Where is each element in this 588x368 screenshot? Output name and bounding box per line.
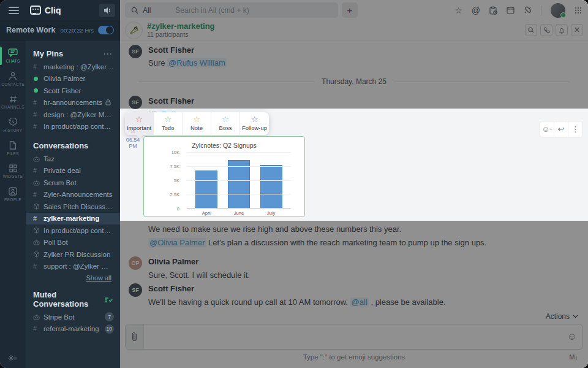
muted-item[interactable]: Stripe Bot7 [26,311,120,323]
online-dot-icon [34,88,38,93]
theme-toggle-icon[interactable] [8,355,18,362]
pin-item[interactable]: #hr-announcements [26,97,120,109]
sidebar-topbar: Cliq [0,0,120,20]
hash-icon: # [33,99,43,106]
remote-work-label: Remote Work [6,26,55,34]
speaker-icon[interactable] [99,4,115,17]
hamburger-menu-icon[interactable] [9,5,19,16]
search-bar[interactable]: All [125,2,338,18]
chart-plot: AprilJuneJuly [187,152,291,209]
remote-work-toggle[interactable] [98,26,114,34]
hash-icon: # [33,191,43,198]
avatar[interactable]: SF [129,45,142,58]
pin-item[interactable]: #marketing : @Zylker … [26,61,120,73]
clipboard-icon[interactable] [489,6,497,15]
more-options-icon[interactable]: ⋮ [568,121,582,137]
conversation-item[interactable]: Poll Bot [26,237,120,249]
reply-icon[interactable]: ↩ [554,121,568,137]
integrations-icon[interactable] [524,6,532,14]
bot-icon [33,156,43,162]
chart-ytick: 0 [177,206,179,212]
discussion-icon [33,251,43,258]
pins-more-icon[interactable]: ··· [104,50,113,58]
hash-icon: # [33,325,43,332]
conversation-item-selected[interactable]: #zylker-marketing [26,213,120,225]
divider [541,6,541,15]
add-reaction-icon[interactable]: ☺+ [540,121,554,137]
pin-item[interactable]: #In product/app conten… [26,121,120,133]
starred-icon[interactable]: ☆ [454,6,462,15]
main-panel: All + ☆ @ #zylker-ma [120,0,588,368]
mention-chip[interactable]: @Olivia Palmer [148,238,206,247]
flag-message-star-icon[interactable]: ☆ [123,126,143,135]
nav-chats[interactable]: CHATS [0,44,26,67]
cliq-bubble-icon [30,6,41,15]
close-icon[interactable]: × [571,24,583,36]
pin-item[interactable]: Olivia Palmer [26,73,120,85]
conversation-item[interactable]: In product/app conten… [26,224,120,237]
star-icon: ☆ [222,115,229,123]
muted-filter-icon[interactable] [104,296,113,302]
mentions-icon[interactable]: @ [472,6,480,15]
nav-widgets[interactable]: WIDGETS [0,160,26,183]
actions-dropdown[interactable]: Actions [546,312,578,321]
new-chat-button[interactable]: + [342,2,358,18]
nav-people[interactable]: PEOPLE [0,183,26,206]
show-all-link[interactable]: Show all [26,272,120,282]
message-author: Olivia Palmer [148,257,198,266]
star-icon: ☆ [164,115,172,123]
flag-note[interactable]: ☆Note [183,112,211,135]
call-icon[interactable] [540,24,552,36]
chart-message-card[interactable]: Zylcnotes: Q2 Signups 02.5K5K7.5K10K Apr… [143,136,305,217]
conversation-item[interactable]: #Private deal [26,165,120,177]
conversation-item[interactable]: #Zyler-Announcements [26,189,120,201]
cliq-logo: Cliq [30,6,61,15]
message-text: Sure @Rufus William [148,58,227,67]
pin-item[interactable]: Scott Fisher [26,85,120,97]
avatar[interactable]: SF [129,283,142,297]
emoji-picker-icon[interactable]: ☺ [562,324,582,349]
avatar[interactable]: OP [129,256,142,270]
hash-icon: # [33,215,43,222]
chart-xtick: April [202,210,211,216]
discussion-icon [33,203,43,210]
nav-history[interactable]: HISTORY [0,113,26,137]
message-text: We need to make sure we rise high and ab… [148,224,401,234]
flag-followup[interactable]: ☆Follow-up [240,112,269,135]
flag-todo[interactable]: ☆Todo [154,112,183,135]
nav-channels[interactable]: CHANNELS [0,91,26,113]
attachment-icon[interactable] [126,324,144,349]
search-input[interactable] [167,6,338,15]
nav-rail: CHATS CONTACTS CHANNELS HISTORY FILES [0,40,26,368]
nav-files[interactable]: FILES [0,137,26,160]
conversation-item[interactable]: Scrum Bot [26,177,120,189]
chart-gridline [187,194,291,194]
hash-icon: # [33,63,43,71]
conversation-item[interactable]: Zylker PR Discussion [26,248,120,261]
message-author: Scott Fisher [148,45,194,55]
user-avatar[interactable] [551,3,565,18]
lock-icon [105,99,111,105]
muted-item[interactable]: #referral-marketing10 [26,323,120,335]
pin-item[interactable]: #design : @Zylker Mobi… [26,109,120,121]
search-scope-selector[interactable]: All [125,2,167,18]
conversation-item[interactable]: Taz [26,153,120,165]
avatar[interactable]: SF [129,96,142,109]
channel-participants[interactable]: 11 participants [147,31,215,38]
mention-chip[interactable]: @all [350,297,369,307]
mention-chip[interactable]: @Rufus William [167,58,227,67]
calendar-icon[interactable] [507,6,514,14]
conversation-item[interactable]: #support : @Zylker Mo… [26,261,120,273]
apps-grid-icon[interactable] [575,7,582,14]
chart-title: Zylcnotes: Q2 Signups [144,142,304,149]
flag-menu: ☆Important ☆Todo ☆Note ☆Boss ☆Follow-up [125,112,269,135]
chart-gridline [187,152,291,153]
channel-name[interactable]: #zylker-marketing [147,22,215,31]
markdown-toggle[interactable]: M↓ [569,353,578,361]
channel-search-icon[interactable] [525,24,537,36]
conversation-item[interactable]: Sales Pitch Discussion [26,201,120,213]
message-input[interactable] [144,324,562,349]
nav-contacts[interactable]: CONTACTS [0,67,26,91]
flag-boss[interactable]: ☆Boss [211,112,240,135]
notification-bell-icon[interactable] [556,24,568,36]
